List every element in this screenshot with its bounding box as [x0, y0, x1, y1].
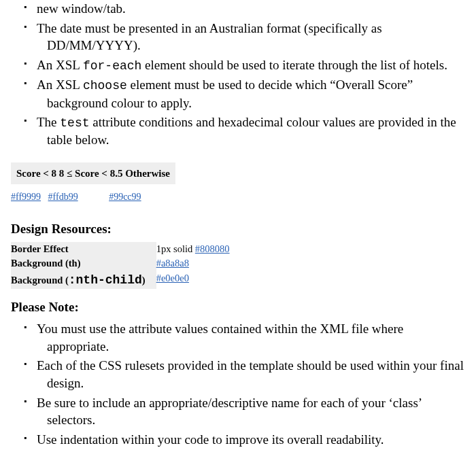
text: Each of the CSS rulesets provided in the…: [37, 358, 464, 390]
requirements-list: new window/tab. The date must be present…: [11, 0, 465, 149]
design-value: #a8a8a8: [156, 256, 233, 271]
design-resources-table: Border Effect 1px solid #808080 Backgrou…: [11, 242, 233, 289]
list-item: You must use the attribute values contai…: [21, 320, 465, 355]
text: Use indentation within your code to impr…: [37, 432, 384, 447]
design-label: Border Effect: [11, 242, 156, 257]
text: An XSL: [37, 77, 83, 92]
text: element should be used to iterate throug…: [141, 58, 447, 72]
score-conditions-header: Score < 8 8 ≤ Score < 8.5 Otherwise: [11, 162, 175, 184]
code: test: [60, 116, 89, 130]
text: An XSL: [37, 58, 83, 72]
table-row: Background (:nth-child) #e0e0e0: [11, 271, 233, 289]
list-item: The date must be presented in an Austral…: [21, 20, 465, 54]
list-item: Be sure to include an appropriate/descri…: [21, 394, 465, 429]
score-color-row: #ff9999 #ffdb99 #99cc99: [11, 188, 465, 211]
text: The: [37, 115, 60, 129]
please-note-heading: Please Note:: [11, 298, 465, 316]
list-item: new window/tab.: [21, 0, 465, 18]
color-link[interactable]: #e0e0e0: [156, 273, 189, 283]
design-value: 1px solid #808080: [156, 242, 233, 257]
design-label: Background (:nth-child): [11, 271, 156, 289]
list-item: The test attribute conditions and hexade…: [21, 114, 465, 149]
table-row: Border Effect 1px solid #808080: [11, 242, 233, 257]
list-item: An XSL for-each element should be used t…: [21, 56, 465, 74]
list-item: Use indentation within your code to impr…: [21, 431, 465, 449]
color-link-2[interactable]: #ffdb99: [48, 192, 78, 202]
table-row: Background (th) #a8a8a8: [11, 256, 233, 271]
notes-list: You must use the attribute values contai…: [11, 320, 465, 448]
color-link-1[interactable]: #ff9999: [11, 192, 41, 202]
text: The date must be presented in an Austral…: [37, 21, 382, 53]
design-label: Background (th): [11, 256, 156, 271]
design-resources-heading: Design Resources:: [11, 220, 465, 238]
color-link[interactable]: #808080: [195, 243, 230, 254]
color-link-3[interactable]: #99cc99: [109, 192, 141, 202]
code: choose: [83, 79, 127, 92]
text: attribute conditions and hexadecimal col…: [47, 115, 456, 147]
text: Be sure to include an appropriate/descri…: [37, 396, 422, 428]
text: new window/tab.: [37, 1, 126, 16]
color-link[interactable]: #a8a8a8: [156, 258, 189, 269]
list-item: Each of the CSS rulesets provided in the…: [21, 357, 465, 392]
text: You must use the attribute values contai…: [37, 322, 403, 353]
design-value: #e0e0e0: [156, 271, 233, 289]
code: for-each: [83, 59, 141, 73]
list-item: An XSL choose element must be used to de…: [21, 76, 465, 111]
